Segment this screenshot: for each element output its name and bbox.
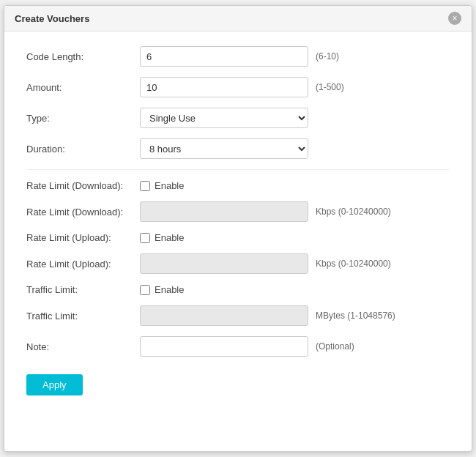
rate-limit-download-checkbox-label: Rate Limit (Download):	[26, 180, 140, 191]
traffic-limit-enable-label: Enable	[155, 284, 184, 295]
divider-1	[26, 169, 450, 170]
note-label: Note:	[26, 341, 140, 352]
rate-limit-download-input-row: Rate Limit (Download): Kbps (0-10240000)	[26, 201, 450, 222]
traffic-limit-checkbox[interactable]	[140, 285, 150, 295]
rate-limit-upload-checkbox-container: Enable	[140, 232, 184, 243]
rate-limit-upload-checkbox-row: Rate Limit (Upload): Enable	[26, 232, 450, 243]
dialog-body: Code Length: (6-10) Amount: (1-500) Type…	[4, 31, 472, 410]
type-select[interactable]: Single Use Multi Use Unlimited	[140, 108, 308, 128]
traffic-limit-checkbox-label: Traffic Limit:	[26, 284, 140, 295]
duration-row: Duration: 8 hours 1 hour 2 hours 4 hours…	[26, 138, 450, 159]
note-row: Note: (Optional)	[26, 336, 450, 357]
code-length-input[interactable]	[140, 46, 308, 67]
rate-limit-upload-enable-label: Enable	[155, 232, 184, 243]
code-length-label: Code Length:	[26, 51, 140, 62]
amount-row: Amount: (1-500)	[26, 77, 450, 97]
note-input[interactable]	[140, 336, 308, 357]
amount-input[interactable]	[140, 77, 308, 97]
code-length-row: Code Length: (6-10)	[26, 46, 450, 67]
traffic-limit-checkbox-row: Traffic Limit: Enable	[26, 284, 450, 295]
type-row: Type: Single Use Multi Use Unlimited	[26, 108, 450, 128]
rate-limit-download-checkbox-row: Rate Limit (Download): Enable	[26, 180, 450, 191]
duration-label: Duration:	[26, 144, 140, 155]
rate-limit-upload-input-row: Rate Limit (Upload): Kbps (0-10240000)	[26, 253, 450, 274]
traffic-limit-input[interactable]	[140, 305, 308, 326]
rate-limit-download-checkbox[interactable]	[140, 181, 150, 191]
create-vouchers-dialog: Create Vouchers × Code Length: (6-10) Am…	[4, 5, 472, 452]
rate-limit-download-input-label: Rate Limit (Download):	[26, 207, 140, 218]
traffic-limit-input-row: Traffic Limit: MBytes (1-1048576)	[26, 305, 450, 326]
rate-limit-upload-input[interactable]	[140, 253, 308, 274]
rate-limit-upload-hint: Kbps (0-10240000)	[316, 259, 391, 269]
traffic-limit-hint: MBytes (1-1048576)	[316, 311, 395, 321]
rate-limit-download-checkbox-container: Enable	[140, 180, 184, 191]
dialog-header: Create Vouchers ×	[4, 6, 472, 31]
close-button[interactable]: ×	[448, 12, 461, 25]
traffic-limit-input-label: Traffic Limit:	[26, 311, 140, 322]
rate-limit-download-input[interactable]	[140, 201, 308, 222]
amount-hint: (1-500)	[316, 82, 344, 92]
traffic-limit-checkbox-container: Enable	[140, 284, 184, 295]
apply-button[interactable]: Apply	[26, 374, 83, 395]
amount-label: Amount:	[26, 82, 140, 93]
dialog-title: Create Vouchers	[15, 13, 89, 24]
rate-limit-upload-checkbox-label: Rate Limit (Upload):	[26, 232, 140, 243]
type-label: Type:	[26, 113, 140, 124]
rate-limit-upload-checkbox[interactable]	[140, 233, 150, 243]
rate-limit-download-hint: Kbps (0-10240000)	[316, 207, 391, 217]
code-length-hint: (6-10)	[316, 51, 339, 62]
note-hint: (Optional)	[316, 341, 354, 352]
rate-limit-upload-input-label: Rate Limit (Upload):	[26, 259, 140, 270]
rate-limit-download-enable-label: Enable	[155, 180, 184, 191]
duration-select[interactable]: 8 hours 1 hour 2 hours 4 hours 12 hours …	[140, 138, 308, 159]
